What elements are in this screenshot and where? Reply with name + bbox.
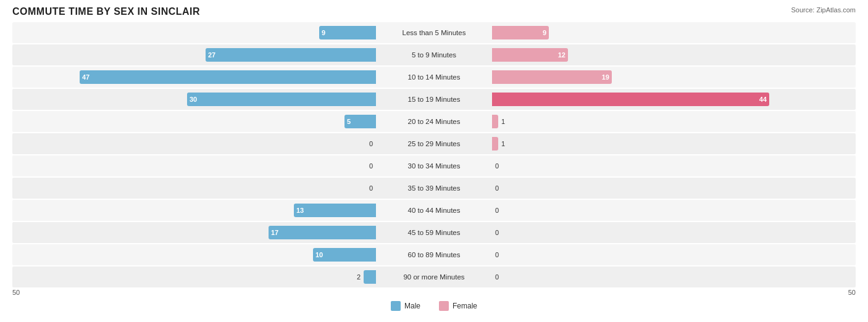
time-range-label: 25 to 29 Minutes xyxy=(378,140,490,147)
female-section: 0 xyxy=(490,244,856,265)
male-bar-wrap: 0 xyxy=(12,159,378,173)
male-bar-wrap: 47 xyxy=(12,70,378,84)
female-bar-wrap: 1 xyxy=(490,137,856,151)
male-bar-wrap: 17 xyxy=(12,226,378,239)
time-range-label: Less than 5 Minutes xyxy=(378,29,490,36)
female-bar xyxy=(492,115,498,128)
male-section: 27 xyxy=(12,44,378,65)
male-value-label: 47 xyxy=(82,73,90,81)
male-bar-wrap: 2 xyxy=(12,270,378,284)
male-section: 17 xyxy=(12,222,378,243)
male-bar: 5 xyxy=(344,115,376,128)
female-section: 12 xyxy=(490,44,856,65)
male-bar: 13 xyxy=(294,204,376,217)
male-bar-wrap: 0 xyxy=(12,137,378,151)
male-value-label: 9 xyxy=(322,29,325,36)
female-value-label: 0 xyxy=(495,251,507,258)
bar-row: 520 to 24 Minutes1 xyxy=(12,111,856,132)
female-value-label: 1 xyxy=(501,140,514,147)
legend-male: Male xyxy=(391,301,420,311)
male-value-label: 30 xyxy=(190,96,197,103)
bar-row: 035 to 39 Minutes0 xyxy=(12,178,856,199)
male-value-label: 27 xyxy=(208,51,215,59)
male-value-label: 17 xyxy=(271,229,278,236)
legend-male-label: Male xyxy=(404,302,420,310)
male-bar xyxy=(364,270,376,284)
female-bar: 9 xyxy=(492,26,549,39)
bar-row: 025 to 29 Minutes1 xyxy=(12,133,856,154)
time-range-label: 30 to 34 Minutes xyxy=(378,162,490,170)
male-value-label: 0 xyxy=(361,184,373,192)
female-value-label: 0 xyxy=(495,207,507,214)
bar-row: 9Less than 5 Minutes9 xyxy=(12,22,856,43)
male-section: 10 xyxy=(12,244,378,265)
bar-row: 030 to 34 Minutes0 xyxy=(12,155,856,176)
female-section: 1 xyxy=(490,133,856,154)
female-section: 0 xyxy=(490,266,856,287)
chart-title: COMMUTE TIME BY SEX IN SINCLAIR xyxy=(12,6,200,17)
female-value-label: 19 xyxy=(602,73,609,81)
female-value-label: 0 xyxy=(495,273,507,281)
male-bar: 27 xyxy=(206,48,376,62)
legend: Male Female xyxy=(12,301,856,311)
axis-labels: 50 50 xyxy=(12,289,856,296)
male-section: 0 xyxy=(12,155,378,176)
time-range-label: 40 to 44 Minutes xyxy=(378,207,490,214)
male-bar-wrap: 5 xyxy=(12,115,378,128)
legend-female-label: Female xyxy=(453,302,477,310)
male-bar-wrap: 13 xyxy=(12,204,378,217)
bar-row: 290 or more Minutes0 xyxy=(12,266,856,287)
time-range-label: 90 or more Minutes xyxy=(378,273,490,281)
female-value-label: 44 xyxy=(759,96,767,103)
female-bar-wrap: 0 xyxy=(490,159,856,173)
male-bar-wrap: 0 xyxy=(12,181,378,195)
axis-left: 50 xyxy=(12,289,20,296)
chart-area: 9Less than 5 Minutes9275 to 9 Minutes124… xyxy=(12,22,856,287)
female-section: 0 xyxy=(490,200,856,221)
bar-row: 275 to 9 Minutes12 xyxy=(12,44,856,65)
female-bar-wrap: 44 xyxy=(490,93,856,106)
male-bar: 17 xyxy=(269,226,376,239)
female-bar-wrap: 0 xyxy=(490,204,856,217)
female-bar-wrap: 0 xyxy=(490,248,856,262)
female-bar: 12 xyxy=(492,48,568,62)
male-value-label: 10 xyxy=(315,251,323,258)
female-value-label: 1 xyxy=(501,118,514,125)
female-section: 44 xyxy=(490,89,856,110)
female-section: 0 xyxy=(490,155,856,176)
female-bar-wrap: 0 xyxy=(490,226,856,239)
male-section: 5 xyxy=(12,111,378,132)
time-range-label: 5 to 9 Minutes xyxy=(378,51,490,59)
female-value-label: 12 xyxy=(558,51,565,59)
legend-female: Female xyxy=(439,301,477,311)
male-section: 30 xyxy=(12,89,378,110)
female-value-label: 9 xyxy=(543,29,546,36)
male-bar: 10 xyxy=(313,248,376,262)
time-range-label: 45 to 59 Minutes xyxy=(378,229,490,236)
female-section: 0 xyxy=(490,222,856,243)
bar-row: 1340 to 44 Minutes0 xyxy=(12,200,856,221)
male-section: 47 xyxy=(12,67,378,88)
female-section: 9 xyxy=(490,22,856,43)
female-section: 19 xyxy=(490,67,856,88)
female-bar-wrap: 0 xyxy=(490,270,856,284)
female-bar-wrap: 1 xyxy=(490,115,856,128)
male-value-label: 0 xyxy=(361,140,373,147)
time-range-label: 10 to 14 Minutes xyxy=(378,73,490,81)
male-bar: 9 xyxy=(319,26,376,39)
bar-row: 3015 to 19 Minutes44 xyxy=(12,89,856,110)
female-value-label: 0 xyxy=(495,184,507,192)
time-range-label: 20 to 24 Minutes xyxy=(378,118,490,125)
female-value-label: 0 xyxy=(495,229,507,236)
time-range-label: 60 to 89 Minutes xyxy=(378,251,490,258)
female-bar: 44 xyxy=(492,93,769,106)
bar-row: 1745 to 59 Minutes0 xyxy=(12,222,856,243)
male-bar-wrap: 9 xyxy=(12,26,378,39)
chart-source: Source: ZipAtlas.com xyxy=(791,6,856,14)
legend-female-box xyxy=(439,301,449,311)
female-bar-wrap: 19 xyxy=(490,70,856,84)
female-bar-wrap: 9 xyxy=(490,26,856,39)
male-bar: 30 xyxy=(187,93,376,106)
male-section: 0 xyxy=(12,133,378,154)
male-bar-wrap: 27 xyxy=(12,48,378,62)
